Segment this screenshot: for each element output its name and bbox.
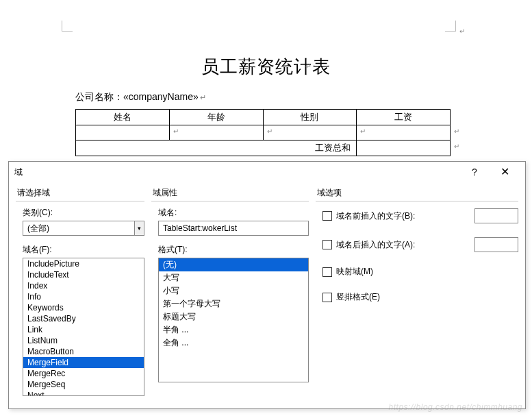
opt-after-label: 域名后插入的文字(A): <box>336 239 470 251</box>
checkbox-map[interactable] <box>322 267 332 277</box>
list-item[interactable]: IncludeText <box>23 269 144 280</box>
list-item[interactable]: MacroButton <box>23 346 144 357</box>
salary-table: 姓名 年龄 性别 工资 ↵ ↵ ↵ ↵ 工资总和 ↵ <box>75 109 451 156</box>
list-item[interactable]: ListNum <box>23 335 144 346</box>
list-item[interactable]: LastSavedBy <box>23 313 144 324</box>
company-label: 公司名称： <box>75 91 123 102</box>
paragraph-mark-icon: ↵ <box>305 62 312 71</box>
checkbox-before[interactable] <box>322 211 332 221</box>
list-item[interactable]: 第一个字母大写 <box>159 297 308 310</box>
format-listbox[interactable]: (无)大写小写第一个字母大写标题大写半角 ...全角 ... <box>158 258 309 382</box>
chevron-down-icon[interactable]: ▾ <box>135 221 144 236</box>
section-select-field: 请选择域 <box>16 185 144 201</box>
list-item[interactable]: MergeRec <box>23 368 144 379</box>
category-input[interactable] <box>23 221 135 236</box>
close-button[interactable]: ✕ <box>490 162 520 182</box>
list-item[interactable]: (无) <box>159 258 308 271</box>
margin-corner-tl <box>62 21 73 32</box>
section-options: 域选项 <box>316 185 518 201</box>
section-props: 域属性 <box>151 185 309 201</box>
category-label: 类别(C): <box>23 207 144 219</box>
dialog-titlebar: 域 ? ✕ <box>9 162 525 182</box>
checkbox-after[interactable] <box>322 240 332 249</box>
list-item[interactable]: MergeField <box>23 357 144 368</box>
opt-before-label: 域名前插入的文字(B): <box>336 210 470 222</box>
col-header: 工资 <box>357 110 451 125</box>
company-line: 公司名称：«companyName»↵ <box>75 91 532 103</box>
list-item[interactable]: IncludePicture <box>23 258 144 269</box>
list-item[interactable]: 大写 <box>159 271 308 284</box>
opt-map-label: 映射域(M) <box>336 266 518 278</box>
list-item[interactable]: Keywords <box>23 302 144 313</box>
page-title: 员工薪资统计表 <box>0 55 532 79</box>
total-label: 工资总和 <box>76 140 357 156</box>
dialog-title: 域 <box>14 162 23 182</box>
field-listbox[interactable]: IncludePictureIncludeTextIndexInfoKeywor… <box>23 258 144 396</box>
table-header-row: 姓名 年龄 性别 工资 <box>76 110 451 125</box>
field-dialog: 域 ? ✕ 请选择域 类别(C): ▾ 域名(F): IncludePictur… <box>8 161 526 409</box>
list-item[interactable]: Link <box>23 324 144 335</box>
table-total-row: 工资总和 ↵ <box>76 140 451 156</box>
list-item[interactable]: 半角 ... <box>159 323 308 337</box>
propname-label: 域名: <box>158 207 309 219</box>
col-header: 姓名 <box>76 110 170 125</box>
list-item[interactable]: Next <box>23 390 144 396</box>
list-item[interactable]: MergeSeq <box>23 379 144 390</box>
help-button[interactable]: ? <box>459 162 490 182</box>
col-header: 年龄 <box>169 110 263 125</box>
margin-corner-tr <box>445 21 456 32</box>
col-header: 性别 <box>263 110 357 125</box>
checkbox-vertical[interactable] <box>322 293 332 302</box>
list-item[interactable]: 全角 ... <box>159 337 308 350</box>
paragraph-mark-icon: ↵ <box>200 93 206 101</box>
format-label: 格式(T): <box>158 244 309 256</box>
list-item[interactable]: 标题大写 <box>159 310 308 323</box>
category-combo[interactable]: ▾ <box>23 221 144 236</box>
table-row: ↵ ↵ ↵ ↵ <box>76 125 451 140</box>
list-item[interactable]: Info <box>23 291 144 302</box>
document-area: ↵ 员工薪资统计表 ↵ 公司名称：«companyName»↵ 姓名 年龄 性别… <box>0 0 532 156</box>
opt-before-input[interactable] <box>474 208 518 223</box>
company-mergefield: «companyName» <box>123 91 199 102</box>
list-item[interactable]: Index <box>23 280 144 291</box>
opt-vert-label: 竖排格式(E) <box>336 291 518 303</box>
propname-input[interactable] <box>158 221 309 236</box>
paragraph-mark-icon: ↵ <box>459 27 465 35</box>
list-item[interactable]: 小写 <box>159 284 308 297</box>
opt-after-input[interactable] <box>474 237 518 252</box>
fieldname-listlabel: 域名(F): <box>23 244 144 256</box>
